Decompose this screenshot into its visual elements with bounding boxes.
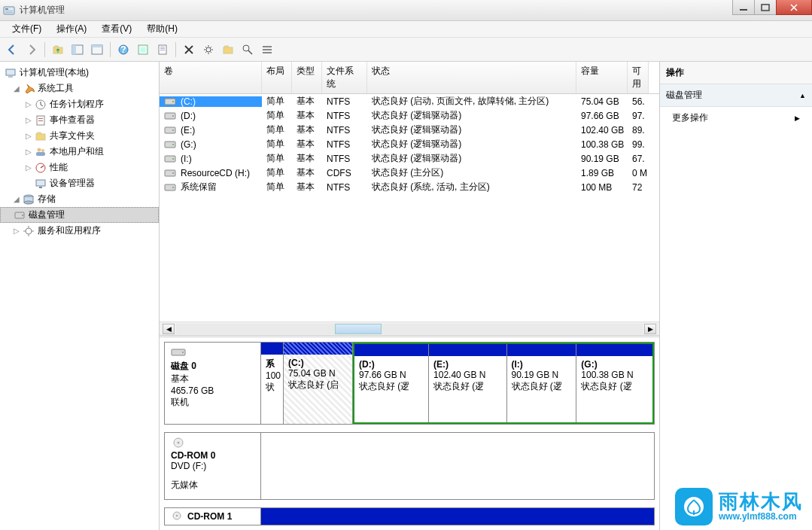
volume-row[interactable]: (G:)简单基本NTFS状态良好 (逻辑驱动器)100.38 GB99. xyxy=(160,137,659,151)
zoom-button[interactable] xyxy=(239,41,257,59)
cdrom1-block[interactable]: CD-ROM 1 xyxy=(164,507,655,525)
up-button[interactable] xyxy=(49,41,67,59)
delete-button[interactable] xyxy=(180,41,198,59)
tree-shared[interactable]: ▷ 共享文件夹 xyxy=(0,128,159,144)
collapse-icon[interactable]: ◢ xyxy=(12,195,21,203)
partition-c[interactable]: (C:) 75.04 GB N 状态良好 (启 xyxy=(284,343,353,424)
watermark-url: www.ylmf888.com xyxy=(719,511,803,522)
scroll-right-button[interactable]: ▶ xyxy=(644,324,656,334)
col-volume[interactable]: 卷 xyxy=(160,62,262,93)
volume-free: 97. xyxy=(628,111,649,121)
actions-more[interactable]: 更多操作 ▶ xyxy=(660,107,812,129)
cdrom1-partition[interactable] xyxy=(261,508,654,525)
svg-point-31 xyxy=(38,148,41,151)
cdrom1-label: CD-ROM 1 xyxy=(187,511,232,522)
tree-systools[interactable]: ◢ 系统工具 xyxy=(0,81,159,96)
tree-eventviewer[interactable]: ▷ 事件查看器 xyxy=(0,112,159,128)
svg-rect-15 xyxy=(160,47,165,47)
expand-icon[interactable]: ▷ xyxy=(12,227,21,235)
tree-label: 性能 xyxy=(50,161,68,174)
volume-row[interactable]: (E:)简单基本NTFS状态良好 (逻辑驱动器)102.40 GB89. xyxy=(160,123,659,137)
scroll-left-button[interactable]: ◀ xyxy=(163,324,175,334)
disk0-block[interactable]: 磁盘 0 基本 465.76 GB 联机 系 100 状 xyxy=(164,342,655,425)
volume-icon xyxy=(164,154,176,163)
cdrom0-block[interactable]: CD-ROM 0 DVD (F:) 无媒体 xyxy=(164,432,655,500)
scroll-track[interactable] xyxy=(176,324,643,334)
close-button[interactable] xyxy=(776,0,812,15)
chevron-right-icon: ▶ xyxy=(795,114,800,122)
expand-icon[interactable]: ▷ xyxy=(24,116,33,124)
col-capacity[interactable]: 容量 xyxy=(576,62,628,93)
svg-rect-1 xyxy=(5,8,8,10)
export-button[interactable] xyxy=(154,41,172,59)
expand-icon[interactable]: ▷ xyxy=(24,100,33,108)
maximize-button[interactable] xyxy=(754,0,777,15)
svg-rect-16 xyxy=(160,48,165,49)
show-hide-tree-button[interactable] xyxy=(68,41,87,59)
volume-status: 状态良好 (逻辑驱动器) xyxy=(367,109,576,122)
volume-icon xyxy=(164,169,176,178)
back-button[interactable] xyxy=(3,41,21,59)
volume-row[interactable]: 系统保留简单基本NTFS状态良好 (系统, 活动, 主分区)100 MB72 xyxy=(160,180,659,194)
volume-type: 基本 xyxy=(292,123,322,136)
col-type[interactable]: 类型 xyxy=(292,62,322,93)
scroll-thumb[interactable] xyxy=(335,324,382,334)
forward-button[interactable] xyxy=(23,41,41,59)
collapse-icon[interactable]: ◢ xyxy=(12,84,21,93)
tree-users[interactable]: ▷ 本地用户和组 xyxy=(0,144,159,160)
list-button[interactable] xyxy=(258,41,276,59)
partition-e[interactable]: (E:) 102.40 GB N 状态良好 (逻 xyxy=(429,344,506,422)
svg-rect-29 xyxy=(38,120,43,121)
menu-view[interactable]: 查看(V) xyxy=(94,21,139,37)
expand-icon[interactable]: ▷ xyxy=(24,132,33,140)
volume-row[interactable]: (C:)简单基本NTFS状态良好 (启动, 页面文件, 故障转储, 主分区)75… xyxy=(160,94,659,108)
tree-scheduler[interactable]: ▷ 任务计划程序 xyxy=(0,96,159,112)
expand-icon[interactable]: ▷ xyxy=(24,163,33,172)
volume-free: 72 xyxy=(628,182,649,193)
volume-columns[interactable]: 卷 布局 类型 文件系统 状态 容量 可用 xyxy=(160,62,659,94)
tree-services[interactable]: ▷ 服务和应用程序 xyxy=(0,223,159,239)
tree-devmgr[interactable]: 设备管理器 xyxy=(0,175,159,191)
cdrom0-state: 无媒体 xyxy=(171,479,254,492)
svg-point-39 xyxy=(24,201,33,204)
partition-d[interactable]: (D:) 97.66 GB N 状态良好 (逻 xyxy=(354,344,429,422)
help-button[interactable]: ? xyxy=(114,41,132,59)
tree-diskmgmt[interactable]: 磁盘管理 xyxy=(0,207,159,223)
settings-button[interactable] xyxy=(199,41,217,59)
properties-button[interactable] xyxy=(88,41,106,59)
svg-rect-23 xyxy=(263,52,272,53)
volume-row[interactable]: ResourceCD (H:)简单基本CDFS状态良好 (主分区)1.89 GB… xyxy=(160,166,659,180)
navigation-tree[interactable]: 计算机管理(本地) ◢ 系统工具 ▷ 任务计划程序 ▷ 事件查看器 ▷ 共享文件… xyxy=(0,62,160,530)
volume-fs: NTFS xyxy=(322,182,367,193)
volume-row[interactable]: (I:)简单基本NTFS状态良好 (逻辑驱动器)90.19 GB67. xyxy=(160,151,659,166)
menu-file[interactable]: 文件(F) xyxy=(5,21,49,37)
expand-icon[interactable]: ▷ xyxy=(24,148,33,156)
col-fs[interactable]: 文件系统 xyxy=(322,62,367,93)
svg-rect-22 xyxy=(263,49,272,50)
volume-row[interactable]: (D:)简单基本NTFS状态良好 (逻辑驱动器)97.66 GB97. xyxy=(160,108,659,123)
col-free[interactable]: 可用 xyxy=(628,62,649,93)
horizontal-scrollbar[interactable]: ◀ ▶ xyxy=(160,321,659,335)
menu-actions[interactable]: 操作(A) xyxy=(49,21,94,37)
tree-root[interactable]: 计算机管理(本地) xyxy=(0,65,159,81)
col-status[interactable]: 状态 xyxy=(367,62,576,93)
tree-perf[interactable]: ▷ 性能 xyxy=(0,160,159,175)
folder-icon xyxy=(35,130,47,142)
tree-storage[interactable]: ◢ 存储 xyxy=(0,191,159,207)
minimize-button[interactable] xyxy=(732,0,755,15)
event-icon xyxy=(35,114,47,126)
actions-subtitle[interactable]: 磁盘管理 ▲ xyxy=(660,84,812,107)
open-button[interactable] xyxy=(219,41,237,59)
actions-pane: 操作 磁盘管理 ▲ 更多操作 ▶ xyxy=(660,62,812,530)
refresh-button[interactable] xyxy=(134,41,152,59)
partition-i[interactable]: (I:) 90.19 GB N 状态良好 (逻 xyxy=(507,344,577,422)
col-layout[interactable]: 布局 xyxy=(262,62,292,93)
svg-rect-4 xyxy=(740,9,747,11)
volume-list[interactable]: (C:)简单基本NTFS状态良好 (启动, 页面文件, 故障转储, 主分区)75… xyxy=(160,94,659,194)
volume-pane: 卷 布局 类型 文件系统 状态 容量 可用 (C:)简单基本NTFS状态良好 (… xyxy=(160,62,660,530)
menu-help[interactable]: 帮助(H) xyxy=(139,21,185,37)
partition-g[interactable]: (G:) 100.38 GB N 状态良好 (逻 xyxy=(576,344,652,422)
volume-layout: 简单 xyxy=(262,123,292,136)
tree-label: 系统工具 xyxy=(38,82,74,95)
partition-system-reserved[interactable]: 系 100 状 xyxy=(261,343,284,424)
